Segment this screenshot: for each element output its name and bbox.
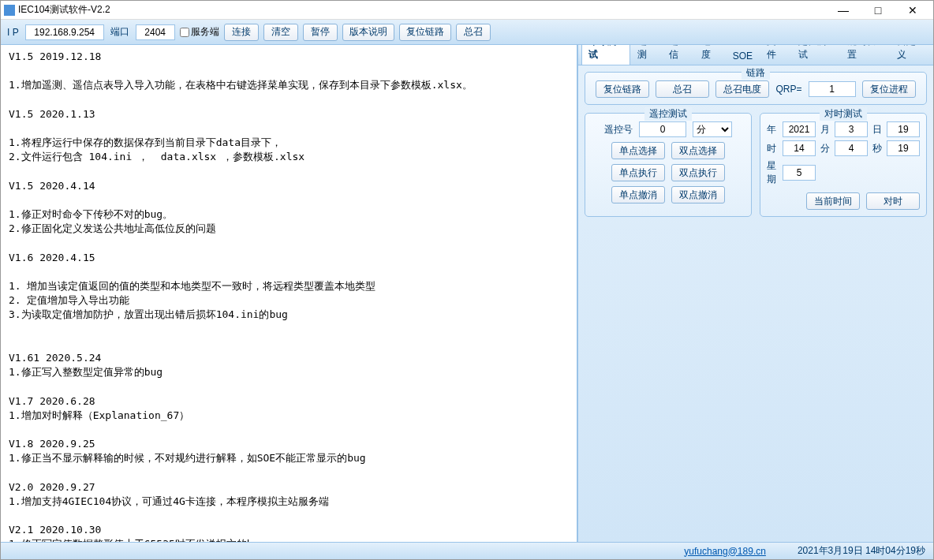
double-select-button[interactable]: 双点选择 [671, 142, 725, 159]
tab-7[interactable]: 规约设置 [840, 45, 889, 65]
server-checkbox[interactable]: 服务端 [180, 25, 219, 39]
rc-unit-select[interactable]: 分 [693, 121, 732, 137]
minimize-button[interactable]: — [832, 2, 854, 18]
link-fieldset: 链路 复位链路 总召 总召电度 QRP= 复位进程 [585, 72, 927, 105]
toolbar: I P 端口 服务端 连接 清空 暂停 版本说明 复位链路 总召 [1, 20, 933, 45]
general-call-button[interactable]: 总召 [456, 24, 491, 41]
version-info-button[interactable]: 版本说明 [342, 24, 394, 41]
status-bar: yufuchang@189.cn 2021年3月19日 14时04分19秒 [1, 542, 933, 559]
time-legend: 对时测试 [820, 107, 867, 121]
server-checkbox-input[interactable] [180, 28, 189, 37]
app-icon [4, 5, 15, 16]
changelog-text: V1.5 2019.12.18 1.增加遥测、遥信点表导入导入功能，在表格中右键… [9, 50, 569, 542]
window-title: IEC104测试软件-V2.2 [18, 3, 832, 17]
sec-label: 秒 [872, 142, 882, 155]
year-label: 年 [767, 123, 778, 136]
general-power-button[interactable]: 总召电度 [715, 80, 769, 98]
tabs-bar: 命令测试遥测遥信电度SOE文件定值测试规约设置自定义 [578, 45, 933, 65]
tab-4[interactable]: SOE [726, 47, 760, 65]
general-call-btn2[interactable]: 总召 [656, 80, 709, 98]
connect-button[interactable]: 连接 [224, 24, 259, 41]
hour-input[interactable] [783, 140, 816, 156]
titlebar: IEC104测试软件-V2.2 — □ ✕ [1, 1, 933, 20]
single-cancel-button[interactable]: 单点撤消 [611, 186, 665, 203]
ip-label: I P [6, 27, 21, 38]
tab-5[interactable]: 文件 [760, 45, 791, 65]
tab-3[interactable]: 电度 [694, 45, 726, 65]
rc-no-label: 遥控号 [604, 123, 633, 136]
reset-process-button[interactable]: 复位进程 [862, 80, 916, 98]
status-email-link[interactable]: yufuchang@189.cn [684, 546, 766, 557]
pause-button[interactable]: 暂停 [303, 24, 338, 41]
day-input[interactable] [887, 121, 920, 137]
tab-8[interactable]: 自定义 [890, 45, 930, 65]
sec-input[interactable] [887, 140, 920, 156]
week-label: 星期 [767, 159, 778, 186]
tab-6[interactable]: 定值测试 [791, 45, 840, 65]
rc-no-input[interactable] [639, 121, 686, 137]
min-label: 分 [820, 142, 830, 155]
sync-time-button[interactable]: 对时 [866, 192, 920, 210]
tab-2[interactable]: 遥信 [662, 45, 693, 65]
maximize-button[interactable]: □ [867, 2, 889, 18]
year-input[interactable] [783, 121, 816, 137]
remote-fieldset: 遥控测试 遥控号 分 单点选择 双点选择 [585, 113, 752, 217]
qrp-label: QRP= [775, 84, 801, 95]
remote-legend: 遥控测试 [644, 107, 692, 121]
month-label: 月 [820, 123, 830, 136]
reset-link-button[interactable]: 复位链路 [399, 24, 451, 41]
hour-label: 时 [767, 142, 778, 155]
double-exec-button[interactable]: 双点执行 [671, 164, 725, 181]
min-input[interactable] [835, 140, 868, 156]
server-checkbox-label: 服务端 [191, 25, 219, 39]
tab-1[interactable]: 遥测 [630, 45, 662, 65]
tab-0[interactable]: 命令测试 [581, 45, 630, 65]
day-label: 日 [872, 123, 882, 136]
status-datetime: 2021年3月19日 14时04分19秒 [798, 544, 925, 558]
close-button[interactable]: ✕ [902, 2, 924, 18]
link-legend: 链路 [742, 66, 770, 80]
clear-button[interactable]: 清空 [263, 24, 298, 41]
month-input[interactable] [835, 121, 868, 137]
single-select-button[interactable]: 单点选择 [611, 142, 665, 159]
port-label: 端口 [109, 25, 131, 39]
week-input[interactable] [783, 165, 816, 181]
port-input[interactable] [136, 24, 175, 40]
right-panel: 命令测试遥测遥信电度SOE文件定值测试规约设置自定义 链路 复位链路 总召 总召… [578, 45, 933, 542]
changelog-pane[interactable]: V1.5 2019.12.18 1.增加遥测、遥信点表导入导入功能，在表格中右键… [1, 45, 578, 542]
reset-link-btn2[interactable]: 复位链路 [596, 80, 649, 98]
qrp-input[interactable] [809, 81, 856, 97]
single-exec-button[interactable]: 单点执行 [611, 164, 665, 181]
time-fieldset: 对时测试 年 月 日 时 分 秒 [760, 113, 927, 217]
now-time-button[interactable]: 当前时间 [806, 192, 860, 210]
double-cancel-button[interactable]: 双点撤消 [671, 186, 725, 203]
ip-input[interactable] [25, 24, 104, 40]
